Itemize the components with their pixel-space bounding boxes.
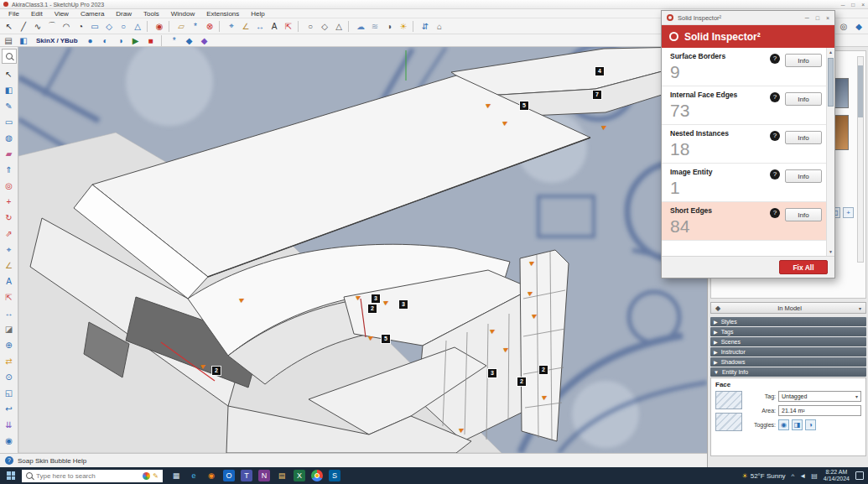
polygon-tool-icon[interactable]: △: [131, 20, 144, 32]
inspector-row-surface-borders[interactable]: Surface Borders9?Info: [662, 48, 826, 86]
protractor-2-icon[interactable]: ∠: [2, 258, 17, 273]
dialog-scrollbar[interactable]: ▲ ▼: [826, 48, 834, 256]
error-badge[interactable]: 2: [212, 367, 221, 375]
firefox-icon[interactable]: ◉: [205, 470, 217, 481]
tape-measure-2-icon[interactable]: ⌖: [2, 242, 17, 258]
home-icon[interactable]: ⌂: [433, 20, 446, 32]
materials-panel-icon[interactable]: ◧: [17, 34, 30, 46]
maximize-button[interactable]: □: [851, 2, 855, 8]
orbit-icon[interactable]: ⊕: [2, 337, 17, 353]
select-arrow-icon[interactable]: ↖: [2, 66, 17, 82]
warning-marker[interactable]: ►: [456, 424, 467, 435]
dimension-2-icon[interactable]: ↔: [2, 305, 17, 321]
pencil-line-icon[interactable]: ✎: [2, 98, 17, 114]
extension-triangle-icon[interactable]: △: [332, 20, 346, 32]
onenote-icon[interactable]: N: [258, 470, 270, 481]
info-button[interactable]: Info: [785, 131, 822, 144]
dialog-minimize-button[interactable]: ─: [805, 15, 809, 21]
warning-marker[interactable]: ►: [381, 296, 392, 307]
dialog-maximize-button[interactable]: □: [816, 15, 819, 21]
paint-bucket-icon[interactable]: ◍: [2, 130, 17, 146]
notification-center-icon[interactable]: [855, 471, 864, 480]
info-button[interactable]: Info: [785, 92, 822, 106]
error-badge[interactable]: 4: [595, 67, 604, 75]
menu-tools[interactable]: Tools: [138, 10, 165, 18]
sketchup-logo-icon[interactable]: ◉: [153, 20, 166, 32]
extension-circle-icon[interactable]: ○: [304, 20, 317, 32]
warning-marker[interactable]: ►: [539, 391, 550, 402]
error-badge[interactable]: 7: [593, 91, 601, 99]
panel-tags[interactable]: ▶Tags: [710, 327, 866, 336]
text-tool-icon[interactable]: A: [268, 20, 281, 32]
toggle-locked-icon[interactable]: ◨: [792, 419, 803, 430]
tray-scroll-thumb[interactable]: [858, 65, 863, 117]
help-icon[interactable]: ?: [770, 169, 780, 180]
walk-icon[interactable]: ⇊: [2, 417, 17, 433]
dimension-icon[interactable]: ↔: [253, 20, 267, 32]
tape-measure-icon[interactable]: ⌖: [225, 20, 238, 32]
previous-view-icon[interactable]: ↩: [2, 401, 17, 417]
inspector-row-internal-face-edges[interactable]: Internal Face Edges73?Info: [662, 86, 826, 125]
help-icon[interactable]: ?: [770, 92, 780, 102]
walk-tool-icon[interactable]: ⇵: [418, 20, 432, 32]
dialog-title-bar[interactable]: Solid Inspector² ─ □ ×: [662, 11, 834, 25]
toggle-shadows-icon[interactable]: ◑: [805, 419, 816, 430]
inspector-row-nested-instances[interactable]: Nested Instances18?Info: [662, 125, 826, 164]
extension-ring-icon[interactable]: ◎: [837, 20, 850, 32]
help-icon[interactable]: ?: [770, 54, 780, 64]
skin-tool-2-icon[interactable]: ◐: [99, 34, 112, 46]
shape-rect-icon[interactable]: ▭: [2, 114, 17, 130]
zoom-tool-icon[interactable]: ⊙: [2, 369, 17, 385]
help-circle-icon[interactable]: ?: [5, 456, 13, 465]
text-icon[interactable]: A: [2, 273, 17, 289]
dialog-scroll-thumb[interactable]: [828, 58, 834, 107]
material-swatch[interactable]: [834, 78, 849, 108]
zoom-tool-button[interactable]: [2, 49, 17, 64]
section-plane-icon[interactable]: ◪: [2, 321, 17, 337]
model-viewport[interactable]: 47532352232►►►►►►►►►►►►►►►: [18, 47, 707, 453]
dialog-close-button[interactable]: ×: [826, 15, 829, 21]
pen-icon[interactable]: ✎: [153, 472, 159, 480]
rotate-icon[interactable]: ↻: [2, 210, 17, 226]
rotated-rectangle-icon[interactable]: ◇: [102, 20, 116, 32]
title-bar[interactable]: AkiraClass3.1 - SketchUp Pro 2023 ─ □ ×: [0, 0, 868, 9]
gear-blue-icon[interactable]: *: [168, 34, 181, 46]
area-field[interactable]: 21.14 m²: [778, 405, 861, 416]
rectangle-tool-icon[interactable]: ▭: [88, 20, 101, 32]
volume-icon[interactable]: ◄: [799, 472, 806, 480]
close-button[interactable]: ×: [861, 2, 865, 8]
pan-icon[interactable]: ⇄: [2, 353, 17, 369]
chrome-icon[interactable]: [311, 470, 323, 481]
panel-scenes[interactable]: ▶Scenes: [710, 337, 866, 346]
panel-styles[interactable]: ▶Styles: [710, 317, 866, 326]
start-button[interactable]: [0, 467, 22, 484]
axes-icon[interactable]: ⇱: [2, 289, 17, 305]
warning-marker[interactable]: ►: [500, 117, 511, 128]
shadows-icon[interactable]: ◑: [382, 20, 396, 32]
clouds-icon[interactable]: ☁: [354, 20, 367, 32]
freehand-tool-icon[interactable]: ∿: [31, 20, 44, 32]
inspector-row-image-entity[interactable]: Image Entity1?Info: [662, 164, 826, 202]
protractor-icon[interactable]: ∠: [239, 20, 252, 32]
warning-marker[interactable]: ►: [487, 325, 498, 336]
open-model-icon[interactable]: ▱: [174, 20, 188, 32]
taskbar-clock[interactable]: 8:22 AM 4/14/2024: [824, 469, 850, 483]
file-explorer-icon[interactable]: ▤: [276, 470, 288, 481]
warning-marker[interactable]: ►: [366, 331, 377, 342]
play-icon[interactable]: ▶: [129, 34, 143, 46]
panel-entity-info[interactable]: ▼Entity Info: [710, 367, 866, 377]
edge-icon[interactable]: e: [188, 470, 200, 481]
error-badge[interactable]: 2: [368, 304, 377, 313]
menu-camera[interactable]: Camera: [75, 10, 110, 18]
look-around-icon[interactable]: ◉: [2, 433, 17, 449]
settings-gear-icon[interactable]: *: [189, 20, 202, 32]
teams-icon[interactable]: T: [241, 470, 252, 481]
menu-extensions[interactable]: Extensions: [200, 10, 245, 18]
bubble-tool-1-icon[interactable]: ◆: [183, 34, 196, 46]
tag-select[interactable]: Untagged ▾: [778, 391, 861, 402]
error-badge[interactable]: 3: [399, 300, 408, 309]
outlook-icon[interactable]: O: [223, 470, 235, 481]
help-icon[interactable]: ?: [770, 208, 780, 218]
line-tool-icon[interactable]: ╱: [17, 20, 30, 32]
task-view-icon[interactable]: ▦: [170, 470, 182, 481]
